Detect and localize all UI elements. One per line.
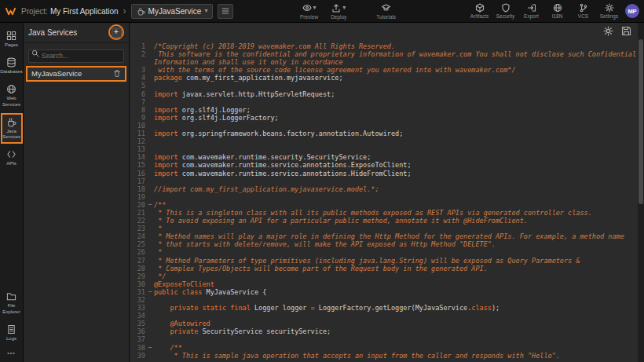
code-line: 6import javax.servlet.http.HttpServletRe…: [130, 90, 638, 98]
line-number: 30: [130, 280, 147, 288]
fold-spacer: [147, 217, 154, 225]
code-line: 1/*Copyright (c) 2018-2019 wavemaker.com…: [130, 42, 638, 50]
git-branch-icon: [579, 3, 588, 13]
line-number: 4: [130, 74, 147, 82]
code-text: @Autowired: [154, 320, 638, 327]
code-line: 20−/**: [130, 201, 638, 209]
code-text: private static final Logger logger = Log…: [154, 304, 638, 312]
code-line: 4package com.my_first_application.myjava…: [130, 74, 638, 82]
trash-icon[interactable]: [113, 69, 121, 78]
topbar-center: ▾ Preview ▾ Deploy Tuto: [300, 0, 396, 22]
line-number: 20: [130, 201, 147, 209]
tool-label: Artifacts: [470, 13, 488, 19]
code-line: 18//import com.my_first_application.myja…: [130, 185, 638, 193]
chevron-down-icon[interactable]: ▾: [204, 8, 207, 14]
vcs-button[interactable]: VCS: [573, 3, 593, 19]
list-item-myjavaservice[interactable]: MyJavaService: [26, 66, 126, 82]
code-line: 10: [130, 122, 638, 130]
file-list-button[interactable]: [218, 4, 233, 19]
line-number: 3: [130, 66, 147, 74]
fold-spacer: [147, 122, 154, 130]
tab-title: MyJavaService: [148, 7, 202, 16]
code-line: 12: [130, 137, 638, 145]
code-text: * Method names will play a major role in…: [154, 232, 638, 240]
fold-marker-icon[interactable]: −: [147, 288, 154, 296]
settings-button[interactable]: Settings: [599, 3, 619, 19]
i18n-button[interactable]: I18N: [547, 3, 567, 19]
panel-title: Java Services: [28, 28, 77, 37]
globe-icon: [6, 84, 16, 94]
editor-scrollbar[interactable]: [638, 22, 644, 362]
search-box: [28, 47, 124, 63]
sidebar-item-label: Web Services: [2, 96, 21, 107]
line-number: 37: [130, 335, 147, 343]
preview-button[interactable]: ▾ Preview: [300, 3, 318, 20]
code-line: 22 * To avoid exposing an API for a part…: [130, 217, 638, 225]
line-number: 29: [130, 272, 147, 280]
sidebar-item-apis[interactable]: APIs: [1, 145, 23, 170]
fold-spacer: [147, 272, 154, 280]
line-number: 8: [130, 106, 147, 114]
code-text: * This is sample java operation that acc…: [154, 352, 638, 360]
line-number: 22: [130, 217, 147, 225]
more-options-icon[interactable]: •••: [7, 347, 15, 360]
fold-spacer: [147, 153, 154, 161]
fold-spacer: [147, 352, 154, 360]
code-text: /**: [154, 201, 638, 209]
tutorials-button[interactable]: Tutorials: [376, 3, 396, 20]
tool-label: Export: [524, 13, 539, 19]
breadcrumb: Project: My First Application: [21, 7, 119, 16]
database-icon: [6, 57, 16, 68]
artifacts-button[interactable]: Artifacts: [470, 3, 489, 19]
code-text: /*Copyright (c) 2018-2019 wavemaker.com …: [154, 42, 638, 50]
fold-spacer: [147, 225, 154, 232]
fold-marker-icon[interactable]: −: [147, 344, 154, 352]
wavemaker-logo-icon[interactable]: [5, 5, 16, 17]
fold-spacer: [147, 137, 154, 145]
code-text: import org.slf4j.LoggerFactory;: [154, 114, 638, 122]
code-text: import org.slf4j.Logger;: [154, 106, 638, 114]
scrollbar-thumb[interactable]: [639, 39, 643, 204]
line-number: 25: [130, 240, 147, 248]
sidebar-item-java-services[interactable]: Java Services: [1, 113, 23, 144]
line-number: 38: [130, 344, 147, 352]
code-lines[interactable]: 1/*Copyright (c) 2018-2019 wavemaker.com…: [130, 42, 638, 362]
chevron-down-icon[interactable]: ▾: [342, 5, 346, 11]
editor-settings-gear-icon[interactable]: [603, 26, 613, 36]
fold-spacer: [147, 161, 154, 169]
code-text: [154, 145, 638, 153]
folder-icon: [6, 291, 16, 302]
line-number: 14: [130, 153, 147, 161]
topbar-left: Project: My First Application › MyJavaSe…: [5, 0, 233, 22]
sidebar-item-pages[interactable]: Pages: [1, 27, 23, 52]
line-number: 12: [130, 137, 147, 145]
project-name[interactable]: My First Application: [50, 7, 119, 16]
save-icon[interactable]: [621, 26, 631, 36]
line-number: 17: [130, 177, 147, 185]
code-line: 27 * Method Parameters of type primitive…: [130, 257, 638, 265]
fold-marker-icon[interactable]: −: [147, 201, 154, 209]
line-number: 36: [130, 327, 147, 335]
chevron-down-icon[interactable]: ▾: [313, 5, 317, 11]
code-line: 30@ExposeToClient: [130, 280, 638, 288]
code-line: 24 * Method names will play a major role…: [130, 232, 638, 240]
sidebar-item-web-services[interactable]: Web Services: [1, 80, 23, 111]
add-java-service-button[interactable]: +: [112, 27, 122, 38]
sidebar-item-logs[interactable]: Logs: [1, 320, 23, 346]
export-button[interactable]: Export: [521, 3, 541, 19]
user-avatar[interactable]: MP: [625, 4, 639, 18]
deploy-button[interactable]: ▾ Deploy: [331, 3, 346, 20]
deploy-icon: [331, 3, 341, 13]
java-coffee-icon: [6, 117, 16, 127]
api-brackets-icon: [6, 149, 16, 159]
line-number: 18: [130, 185, 147, 193]
code-text: [154, 82, 638, 90]
sidebar-item-file-explorer[interactable]: File Explorer: [1, 287, 23, 318]
eye-icon: [302, 3, 312, 13]
security-button[interactable]: Security: [496, 3, 515, 19]
search-input[interactable]: [28, 49, 124, 63]
open-file-tab[interactable]: MyJavaService ▾: [131, 4, 214, 19]
sidebar-item-databases[interactable]: Databases: [1, 53, 23, 79]
java-service-icon: [137, 7, 145, 16]
sidebar-item-label: APIs: [6, 161, 16, 166]
